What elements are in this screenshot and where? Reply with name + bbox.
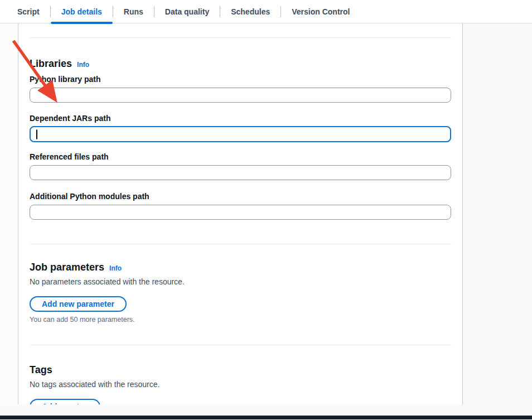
job-parameters-empty-text: No parameters associated with the resour… (30, 277, 451, 286)
tags-empty-text: No tags associated with the resource. (30, 380, 451, 389)
tab-version-control[interactable]: Version Control (281, 0, 360, 23)
job-parameters-info-link[interactable]: Info (109, 264, 122, 272)
job-parameters-section: Job parameters Info No parameters associ… (30, 262, 451, 324)
tab-schedules[interactable]: Schedules (220, 0, 280, 23)
job-parameters-hint-text: You can add 50 more parameters. (30, 316, 451, 324)
tags-heading: Tags (30, 364, 451, 376)
libraries-info-link[interactable]: Info (77, 61, 89, 69)
text-cursor (36, 129, 37, 139)
footer-strip (0, 404, 532, 416)
additional-python-modules-path-label: Additional Python modules path (30, 192, 451, 201)
tab-job-details[interactable]: Job details (51, 0, 113, 23)
tab-data-quality[interactable]: Data quality (154, 0, 220, 23)
dependent-jars-path-label: Dependent JARs path (30, 114, 451, 123)
python-library-path-label: Python library path (30, 75, 451, 84)
left-gutter (0, 23, 18, 404)
additional-python-modules-path-input[interactable] (30, 205, 451, 220)
referenced-files-path-label: Referenced files path (30, 152, 451, 161)
referenced-files-path-input[interactable] (30, 165, 451, 180)
job-details-panel: Libraries Info Python library path Depen… (18, 23, 463, 404)
dependent-jars-path-input[interactable] (30, 126, 451, 142)
add-new-parameter-button[interactable]: Add new parameter (30, 296, 127, 312)
add-new-tag-button[interactable]: Add new tag (30, 399, 100, 404)
tab-runs[interactable]: Runs (113, 0, 154, 23)
section-divider (30, 37, 451, 38)
tab-bar: Script Job details Runs Data quality Sch… (0, 0, 532, 23)
python-library-path-input[interactable] (30, 88, 451, 103)
right-rail (463, 23, 532, 404)
tab-script[interactable]: Script (7, 0, 50, 23)
job-parameters-heading: Job parameters (30, 262, 104, 273)
libraries-section: Libraries Info Python library path Depen… (30, 58, 451, 220)
section-divider (30, 244, 451, 244)
libraries-heading: Libraries (30, 58, 72, 70)
footer-dark-bar (0, 416, 532, 419)
main-region: Libraries Info Python library path Depen… (0, 23, 532, 404)
tags-section: Tags No tags associated with the resourc… (30, 364, 451, 404)
section-divider (30, 345, 451, 345)
